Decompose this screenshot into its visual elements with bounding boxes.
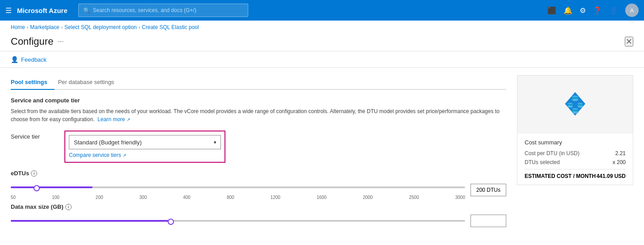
top-nav: ☰ Microsoft Azure 🔍 ⬛ 🔔 ⚙ ❓ 👤 A bbox=[0, 0, 644, 21]
search-icon: 🔍 bbox=[83, 7, 90, 14]
data-max-slider[interactable] bbox=[11, 221, 465, 223]
cost-body: Cost summary Cost per DTU (in USD) 2.21 … bbox=[517, 134, 633, 185]
cost-divider bbox=[525, 169, 626, 169]
data-max-slider-container bbox=[11, 214, 465, 228]
service-tier-select-wrapper: Standard (Budget friendly) Basic Premium… bbox=[69, 135, 221, 149]
feedback-nav-icon[interactable]: 👤 bbox=[609, 6, 618, 15]
edtus-slider-ticks: 50 100 200 300 400 800 1200 1600 2000 25… bbox=[11, 195, 465, 200]
svg-point-9 bbox=[577, 106, 583, 107]
chevron-icon: › bbox=[27, 25, 28, 30]
main-content: Pool settings Per database settings Serv… bbox=[0, 68, 644, 237]
breadcrumb-marketplace[interactable]: Marketplace bbox=[30, 24, 59, 30]
hamburger-icon[interactable]: ☰ bbox=[5, 6, 12, 15]
feedback-link[interactable]: Feedback bbox=[21, 56, 47, 63]
service-tier-control: Standard (Budget friendly) Basic Premium… bbox=[64, 131, 506, 163]
breadcrumb-home[interactable]: Home bbox=[11, 24, 25, 30]
feedback-icon: 👤 bbox=[11, 56, 18, 63]
cost-summary-title: Cost summary bbox=[525, 139, 626, 146]
section-description: Select from the available tiers based on… bbox=[11, 107, 506, 123]
data-max-info-icon[interactable]: i bbox=[65, 204, 72, 210]
compare-service-tiers-link[interactable]: Compare service tiers ↗ bbox=[69, 152, 221, 158]
feedback-bar: 👤 Feedback bbox=[0, 51, 644, 68]
tab-pool-settings[interactable]: Pool settings bbox=[11, 75, 55, 90]
search-input[interactable] bbox=[93, 7, 243, 13]
page-header: Configure ··· ✕ bbox=[0, 34, 644, 51]
estimated-cost-value: 441.09 USD bbox=[597, 173, 626, 179]
search-bar[interactable]: 🔍 bbox=[78, 4, 248, 17]
data-max-value-input[interactable]: 200 bbox=[470, 215, 506, 227]
data-max-section-label: Data max size (GB) i bbox=[11, 203, 506, 210]
svg-point-3 bbox=[572, 99, 578, 101]
breadcrumb-create-pool[interactable]: Create SQL Elastic pool bbox=[142, 24, 199, 30]
portal-icon[interactable]: ⬛ bbox=[547, 6, 556, 15]
dtus-selected-value: x 200 bbox=[613, 159, 626, 165]
external-link-icon: ↗ bbox=[127, 117, 130, 122]
breadcrumb-select-sql[interactable]: Select SQL deployment option bbox=[64, 24, 137, 30]
dtus-selected-label: DTUs selected bbox=[525, 159, 560, 165]
service-tier-select[interactable]: Standard (Budget friendly) Basic Premium… bbox=[69, 135, 221, 149]
cost-card: Cost summary Cost per DTU (in USD) 2.21 … bbox=[517, 75, 633, 185]
edtus-info-icon[interactable]: i bbox=[31, 170, 37, 177]
estimated-cost-row: ESTIMATED COST / MONTH 441.09 USD bbox=[525, 173, 626, 179]
nav-icons: ⬛ 🔔 ⚙ ❓ 👤 A bbox=[547, 4, 639, 17]
service-tier-highlight: Standard (Budget friendly) Basic Premium… bbox=[64, 131, 225, 163]
data-max-slider-row: 200 bbox=[11, 214, 506, 228]
edtus-slider-row: 50 100 200 300 400 800 1200 1600 2000 25… bbox=[11, 180, 506, 200]
tab-per-database[interactable]: Per database settings bbox=[58, 75, 122, 90]
edtus-slider[interactable] bbox=[11, 187, 465, 189]
page-title: Configure bbox=[11, 36, 53, 47]
right-panel: Cost summary Cost per DTU (in USD) 2.21 … bbox=[517, 75, 633, 229]
svg-point-6 bbox=[568, 106, 573, 107]
edtus-slider-container: 50 100 200 300 400 800 1200 1600 2000 25… bbox=[11, 180, 465, 200]
cost-icon-area bbox=[517, 76, 633, 134]
edtus-section-label: eDTUs i bbox=[11, 170, 506, 177]
estimated-cost-label: ESTIMATED COST / MONTH bbox=[525, 173, 596, 179]
data-max-slider-wrapper bbox=[11, 214, 465, 228]
azure-logo: Microsoft Azure bbox=[17, 7, 68, 14]
close-button[interactable]: ✕ bbox=[625, 37, 633, 46]
left-panel: Pool settings Per database settings Serv… bbox=[11, 75, 506, 229]
cost-per-dtu-value: 2.21 bbox=[615, 150, 626, 156]
sql-elastic-pool-icon bbox=[559, 89, 591, 120]
edtus-slider-wrapper bbox=[11, 180, 465, 194]
breadcrumb: Home › Marketplace › Select SQL deployme… bbox=[0, 21, 644, 34]
chevron-icon: › bbox=[61, 25, 63, 30]
cost-per-dtu-label: Cost per DTU (in USD) bbox=[525, 150, 580, 156]
chevron-icon: › bbox=[139, 25, 140, 30]
avatar[interactable]: A bbox=[625, 4, 639, 17]
service-tier-label: Service tier bbox=[11, 131, 64, 140]
help-icon[interactable]: ❓ bbox=[593, 6, 602, 15]
notification-icon[interactable]: 🔔 bbox=[564, 6, 572, 15]
settings-icon[interactable]: ⚙ bbox=[580, 6, 586, 15]
dtus-selected-row: DTUs selected x 200 bbox=[525, 159, 626, 165]
edtus-value-input[interactable] bbox=[470, 184, 506, 196]
more-options-icon[interactable]: ··· bbox=[58, 38, 64, 46]
external-link-icon: ↗ bbox=[123, 153, 126, 158]
cost-per-dtu-row: Cost per DTU (in USD) 2.21 bbox=[525, 150, 626, 156]
service-tier-field: Service tier Standard (Budget friendly) … bbox=[11, 131, 506, 163]
svg-point-12 bbox=[572, 111, 578, 114]
learn-more-link[interactable]: Learn more ↗ bbox=[97, 116, 130, 122]
tabs: Pool settings Per database settings bbox=[11, 75, 506, 90]
section-title: Service and compute tier bbox=[11, 97, 506, 104]
